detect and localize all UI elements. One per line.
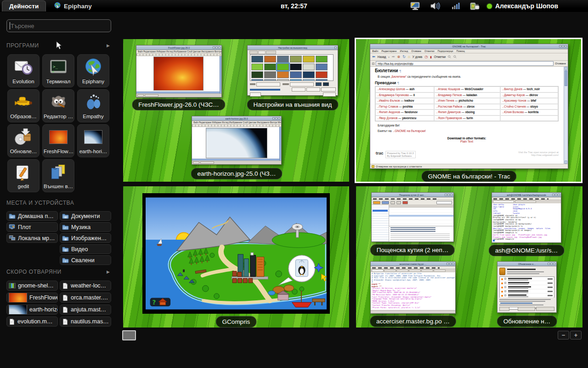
tab-active[interactable]	[258, 51, 266, 54]
wallpaper-thumb-14[interactable]	[277, 71, 289, 78]
window-freshflower-gimp[interactable]: FreshFlower.jpg-26.0 Файл Редактиране Из…	[136, 45, 222, 98]
workspace-4[interactable]: Пощенска кутия (2 неп… Пощенска кутия (2…	[356, 186, 582, 328]
app-item-10[interactable]: Външен в…	[42, 159, 74, 192]
recent-item-3[interactable]: evolution.m…	[6, 316, 58, 327]
app-item-0[interactable]: Evolution	[7, 54, 40, 87]
recent-item-0[interactable]: gnome-shel…	[6, 281, 58, 291]
add-button[interactable]	[321, 87, 336, 92]
color-swatch[interactable]	[316, 82, 322, 86]
stop-icon[interactable]: ⊗	[397, 55, 401, 59]
wallpaper-thumb-4[interactable]	[303, 56, 315, 63]
window-update-manager[interactable]: Обновление н…	[497, 261, 557, 313]
wallpaper-thumb-16[interactable]	[303, 71, 315, 78]
wallpaper-thumb-9[interactable]	[290, 63, 302, 70]
recent-item-1[interactable]: FreshFlower…	[6, 293, 58, 303]
wallpaper-thumb-15[interactable]	[290, 71, 302, 78]
reload-icon[interactable]: ↻	[402, 55, 406, 59]
window-gedit-po[interactable]: accerciser.master.bg.po … # Bulgarian tr…	[370, 261, 456, 314]
user-menu[interactable]: Александър Шопов	[495, 2, 558, 10]
scrollbar[interactable]	[192, 159, 279, 161]
style-combo[interactable]	[256, 82, 280, 86]
place-item-1[interactable]: Плот	[6, 222, 58, 232]
tab[interactable]	[249, 51, 258, 54]
plain-text-link[interactable]: Plain Text	[460, 140, 473, 143]
display-icon[interactable]	[410, 2, 420, 12]
workspace-3[interactable]: ? GCompris	[123, 186, 349, 328]
app-item-4[interactable]: Редактор …	[42, 89, 74, 122]
help-button[interactable]	[250, 92, 261, 97]
window-appearance-settings[interactable]: Настройки на външния вид	[247, 45, 338, 96]
close-button[interactable]	[323, 92, 336, 97]
wallpaper-thumb-1[interactable]	[264, 56, 276, 63]
battery-icon[interactable]	[469, 2, 481, 12]
search-input[interactable]	[6, 19, 111, 32]
colors-combo[interactable]	[290, 82, 314, 86]
app-item-2[interactable]: Epiphany	[77, 54, 109, 87]
recent-item-2[interactable]: anjuta.mast…	[60, 305, 111, 315]
place-item-1[interactable]: ♪Музика	[60, 222, 111, 232]
workspace-indicator[interactable]	[122, 330, 136, 340]
recent-item-0[interactable]: weather-loc…	[60, 281, 111, 291]
window-earthhorizon-gimp[interactable]: earth-horizon.jpg-25.0 Файл Редактиране …	[192, 116, 282, 165]
wallpaper-thumb-5[interactable]	[316, 56, 328, 63]
wallpaper-thumb-0[interactable]	[251, 56, 263, 63]
workspace-2-active[interactable]: GNOME на български! - Trac ФайлРедактира…	[355, 38, 582, 183]
app-item-7[interactable]: FreshFlow…	[42, 124, 74, 157]
scrollbar[interactable]	[220, 56, 221, 93]
window-terminal[interactable]: ash@GNOME:/usr/share/backgrounds ibus-an…	[492, 192, 561, 243]
forward-icon[interactable]: ➡	[392, 55, 395, 59]
wallpaper-thumb-8[interactable]	[277, 63, 289, 70]
recent-item-2[interactable]: earth-horizo…	[6, 305, 58, 315]
place-item-3[interactable]: ▥Видео	[60, 244, 111, 254]
wallpaper-thumb-23[interactable]	[316, 79, 328, 81]
network-signal-icon[interactable]	[452, 2, 460, 12]
button[interactable]	[292, 87, 305, 92]
scrollbar[interactable]	[279, 127, 281, 161]
volume-icon[interactable]	[430, 2, 440, 12]
zoom-in-icon[interactable]	[453, 55, 457, 59]
programs-expander-icon[interactable]: ▶	[107, 43, 110, 48]
app-item-9[interactable]: gedit	[7, 159, 40, 192]
wallpaper-thumb-22[interactable]	[303, 79, 315, 81]
help-button[interactable]	[499, 307, 509, 311]
remove-workspace-button[interactable]: −	[558, 331, 569, 339]
app-item-5[interactable]: Empathy	[77, 89, 109, 122]
place-item-0[interactable]: ▤Документи	[60, 211, 111, 221]
wallpaper-thumb-11[interactable]	[316, 63, 328, 70]
wallpaper-thumb-3[interactable]	[290, 56, 302, 63]
wallpaper-thumb-2[interactable]	[277, 56, 289, 63]
workspace-1[interactable]: FreshFlower.jpg-26.0 Файл Редактиране Из…	[123, 39, 349, 182]
gcompris-bar[interactable]: ?	[150, 298, 170, 306]
wallpaper-thumb-13[interactable]	[264, 71, 276, 78]
history-icon[interactable]: ◷	[424, 55, 428, 59]
install-button[interactable]	[536, 307, 554, 311]
app-item-3[interactable]: Образов…	[7, 89, 40, 122]
home-icon[interactable]: ⌂	[408, 55, 410, 59]
place-item-2[interactable]: Локална мр…	[6, 233, 58, 243]
window-evolution-mail[interactable]: Пощенска кутия (2 неп…	[371, 192, 454, 242]
place-item-4[interactable]: ↓Свалени	[60, 255, 111, 265]
app-item-8[interactable]: earth-hori…	[77, 124, 109, 157]
go-button[interactable]: Отиване	[555, 62, 566, 65]
wallpaper-thumb-18[interactable]	[251, 79, 263, 81]
wallpaper-thumb-6[interactable]	[251, 63, 263, 70]
app-item-1[interactable]: >_Терминал	[42, 54, 74, 87]
scrollbar[interactable]	[564, 67, 568, 164]
url-input[interactable]	[376, 61, 554, 66]
back-icon[interactable]: ⬅	[372, 55, 375, 59]
color-swatch[interactable]	[323, 82, 329, 86]
add-workspace-button[interactable]: +	[570, 331, 582, 339]
bulletins-link[interactable]: „Бюлетини“	[391, 75, 407, 78]
team-link[interactable]: GNOME на български!	[395, 129, 426, 132]
button[interactable]	[306, 87, 320, 92]
wallpaper-thumb-12[interactable]	[251, 71, 263, 78]
window-trac-browser[interactable]: GNOME на български! - Trac ФайлРедактира…	[370, 44, 568, 169]
window-gcompris[interactable]: ?	[142, 193, 330, 314]
app-item-6[interactable]: Обновле…	[7, 124, 40, 157]
scrollbar[interactable]	[136, 92, 220, 93]
wallpaper-thumb-17[interactable]	[316, 71, 328, 78]
recent-item-3[interactable]: nautilus.mas…	[60, 316, 111, 327]
wallpaper-thumb-10[interactable]	[303, 63, 315, 70]
link[interactable]	[500, 303, 532, 304]
wallpaper-thumb-19[interactable]	[264, 79, 276, 81]
